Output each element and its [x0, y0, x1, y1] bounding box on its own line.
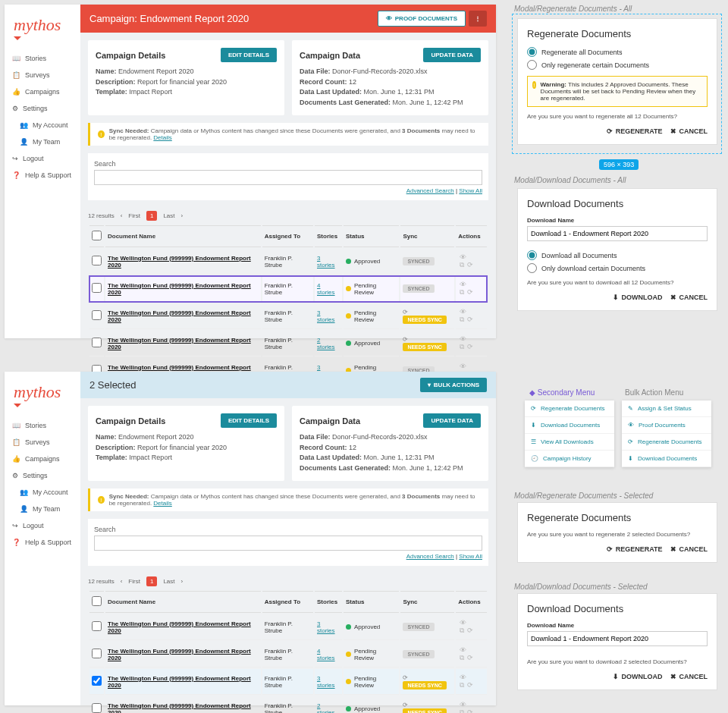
pager-last[interactable]: Last: [163, 212, 174, 219]
radio-regen-some[interactable]: Only regenerate certain Documents: [527, 60, 708, 70]
view-icon[interactable]: 👁: [460, 363, 466, 370]
menu-item[interactable]: ⬇Download Documents: [525, 417, 614, 434]
menu-item[interactable]: ⟳Regenerate Documents: [622, 434, 711, 451]
search-input[interactable]: [94, 536, 482, 551]
menu-item[interactable]: ⟳Regenerate Documents: [525, 400, 614, 417]
view-icon[interactable]: 👁: [460, 674, 466, 681]
copy-icon[interactable]: ⧉: [460, 288, 464, 296]
nav-campaigns[interactable]: 👍Campaigns: [5, 451, 80, 467]
refresh-icon[interactable]: ⟳: [467, 316, 473, 323]
nav-settings[interactable]: ⚙Settings: [5, 100, 80, 117]
nav-help-support[interactable]: ❓Help & Support: [5, 167, 80, 184]
copy-icon[interactable]: ⧉: [460, 627, 464, 634]
nav-help-support[interactable]: ❓Help & Support: [5, 534, 80, 551]
document-link[interactable]: The Wellington Fund (999999) Endowment R…: [108, 309, 251, 323]
view-icon[interactable]: 👁: [460, 646, 466, 654]
advanced-search-link[interactable]: Advanced Search: [406, 187, 454, 194]
update-data-button[interactable]: UPDATE DATA: [423, 413, 481, 428]
menu-item[interactable]: ✎Assign & Set Status: [622, 400, 711, 417]
view-icon[interactable]: 👁: [460, 253, 466, 261]
document-link[interactable]: The Wellington Fund (999999) Endowment R…: [108, 675, 251, 689]
search-input[interactable]: [94, 170, 482, 185]
nav-my-account[interactable]: 👥My Account: [5, 117, 80, 133]
view-icon[interactable]: 👁: [460, 308, 466, 316]
select-all-checkbox[interactable]: [92, 231, 102, 240]
nav-stories[interactable]: 📖Stories: [5, 417, 80, 434]
nav-my-team[interactable]: 👤My Team: [5, 501, 80, 517]
row-checkbox[interactable]: [92, 256, 102, 265]
row-checkbox[interactable]: [92, 676, 102, 686]
copy-icon[interactable]: ⧉: [460, 343, 464, 350]
refresh-icon[interactable]: ⟳: [467, 654, 473, 661]
row-checkbox[interactable]: [92, 621, 102, 631]
nav-logout[interactable]: ↪Logout: [5, 150, 80, 167]
document-link[interactable]: The Wellington Fund (999999) Endowment R…: [108, 337, 251, 350]
row-checkbox[interactable]: [92, 283, 102, 293]
stories-link[interactable]: 2 stories: [317, 337, 335, 350]
row-checkbox[interactable]: [92, 703, 102, 713]
row-checkbox[interactable]: [92, 338, 102, 347]
stories-link[interactable]: 3 stories: [317, 309, 335, 323]
refresh-icon[interactable]: ⟳: [467, 288, 473, 296]
nav-surveys[interactable]: 📋Surveys: [5, 434, 80, 451]
document-link[interactable]: The Wellington Fund (999999) Endowment R…: [108, 702, 251, 714]
view-icon[interactable]: 👁: [460, 701, 466, 708]
bulk-actions-button[interactable]: ▾ BULK ACTIONS: [420, 378, 487, 392]
stories-link[interactable]: 2 stories: [317, 702, 335, 714]
stories-link[interactable]: 3 stories: [317, 255, 335, 269]
radio-regen-all[interactable]: Regenerate all Documents: [527, 47, 708, 57]
nav-stories[interactable]: 📖Stories: [5, 50, 80, 67]
nav-logout[interactable]: ↪Logout: [5, 517, 80, 534]
menu-item[interactable]: 🕘Campaign History: [525, 451, 614, 467]
show-all-link[interactable]: Show All: [459, 187, 482, 194]
nav-my-account[interactable]: 👥My Account: [5, 484, 80, 501]
stories-link[interactable]: 3 stories: [317, 675, 335, 689]
view-icon[interactable]: 👁: [460, 281, 466, 288]
copy-icon[interactable]: ⧉: [460, 681, 464, 689]
download-button[interactable]: ⬇ DOWNLOAD: [613, 294, 663, 301]
document-link[interactable]: The Wellington Fund (999999) Endowment R…: [108, 620, 251, 634]
nav-settings[interactable]: ⚙Settings: [5, 467, 80, 484]
menu-item[interactable]: ⬇Download Documents: [622, 451, 711, 467]
radio-dl-some[interactable]: Only download certain Documents: [527, 263, 708, 273]
cancel-button[interactable]: ✖ CANCEL: [670, 127, 708, 135]
download-name-input[interactable]: [527, 226, 708, 241]
menu-item[interactable]: ☰View All Downloads: [525, 434, 614, 451]
nav-surveys[interactable]: 📋Surveys: [5, 67, 80, 83]
more-menu-button[interactable]: ⋮: [469, 11, 487, 27]
regenerate-button[interactable]: ⟳ REGENERATE: [607, 127, 663, 135]
proof-documents-button[interactable]: 👁 PROOF DOCUMENTS: [378, 11, 466, 27]
update-data-button[interactable]: UPDATE DATA: [423, 48, 481, 62]
copy-icon[interactable]: ⧉: [460, 654, 464, 661]
view-icon[interactable]: 👁: [460, 335, 466, 343]
pager-first[interactable]: First: [128, 212, 140, 219]
copy-icon[interactable]: ⧉: [460, 316, 464, 323]
edit-details-button[interactable]: EDIT DETAILS: [221, 413, 277, 428]
regenerate-button[interactable]: ⟳ REGENERATE: [607, 545, 663, 553]
download-button[interactable]: ⬇ DOWNLOAD: [613, 673, 663, 680]
nav-my-team[interactable]: 👤My Team: [5, 133, 80, 150]
refresh-icon[interactable]: ⟳: [467, 261, 473, 269]
alert-details-link[interactable]: Details: [153, 134, 171, 141]
cancel-button[interactable]: ✖ CANCEL: [670, 294, 708, 301]
cancel-button[interactable]: ✖ CANCEL: [670, 545, 708, 553]
download-name-input[interactable]: [527, 631, 708, 646]
copy-icon[interactable]: ⧉: [460, 261, 464, 269]
stories-link[interactable]: 3 stories: [317, 620, 335, 634]
document-link[interactable]: The Wellington Fund (999999) Endowment R…: [108, 648, 251, 661]
nav-campaigns[interactable]: 👍Campaigns: [5, 83, 80, 100]
refresh-icon[interactable]: ⟳: [467, 627, 473, 634]
view-icon[interactable]: 👁: [460, 619, 466, 627]
cancel-button[interactable]: ✖ CANCEL: [670, 673, 708, 680]
copy-icon[interactable]: ⧉: [460, 708, 464, 713]
stories-link[interactable]: 4 stories: [317, 282, 335, 296]
row-checkbox[interactable]: [92, 310, 102, 320]
menu-item[interactable]: 👁Proof Documents: [622, 417, 711, 434]
row-checkbox[interactable]: [92, 649, 102, 658]
stories-link[interactable]: 4 stories: [317, 648, 335, 661]
radio-dl-all[interactable]: Download all Documents: [527, 250, 708, 260]
document-link[interactable]: The Wellington Fund (999999) Endowment R…: [108, 282, 251, 296]
edit-details-button[interactable]: EDIT DETAILS: [221, 48, 277, 62]
refresh-icon[interactable]: ⟳: [467, 708, 473, 713]
refresh-icon[interactable]: ⟳: [467, 343, 473, 350]
